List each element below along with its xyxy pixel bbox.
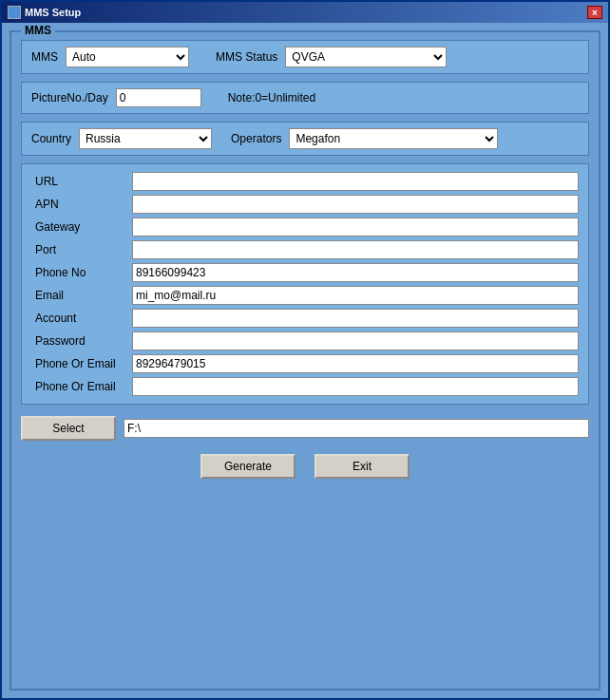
field-label-password-7: Password <box>31 334 126 348</box>
country-dropdown[interactable]: Russia USA Germany France China <box>79 128 212 149</box>
field-row: Password <box>31 331 579 350</box>
window-body: MMS MMS Auto Manual Off MMS Status QVGA … <box>2 23 608 698</box>
field-input-email-5[interactable] <box>132 286 579 305</box>
field-label-apn-1: APN <box>31 198 126 211</box>
field-row: Phone No <box>31 263 579 282</box>
field-input-account-6[interactable] <box>132 309 579 328</box>
mms-dropdown[interactable]: Auto Manual Off <box>66 47 189 67</box>
field-input-apn-1[interactable] <box>132 195 579 214</box>
mms-label: MMS <box>31 50 58 64</box>
field-row: Account <box>31 309 579 328</box>
picture-input[interactable] <box>116 88 201 107</box>
bottom-row: Select <box>21 416 589 441</box>
select-button[interactable]: Select <box>21 416 116 441</box>
field-row: URL <box>31 172 579 191</box>
generate-button[interactable]: Generate <box>200 454 295 479</box>
exit-button[interactable]: Exit <box>315 454 410 479</box>
path-input[interactable] <box>124 419 589 438</box>
field-label-phone-no-4: Phone No <box>31 266 126 279</box>
window-icon <box>8 6 21 19</box>
field-input-port-3[interactable] <box>132 240 579 259</box>
title-bar: MMS Setup × <box>2 2 608 23</box>
field-label-url-0: URL <box>31 175 126 188</box>
field-label-account-6: Account <box>31 312 126 325</box>
mms-status-row: MMS Auto Manual Off MMS Status QVGA VGA … <box>21 40 589 74</box>
generate-exit-row: Generate Exit <box>21 454 589 479</box>
mms-group-box: MMS MMS Auto Manual Off MMS Status QVGA … <box>10 30 600 691</box>
main-window: MMS Setup × MMS MMS Auto Manual Off MMS … <box>0 0 610 700</box>
field-input-password-7[interactable] <box>132 331 579 350</box>
field-input-phone-or-email-9[interactable] <box>132 377 579 396</box>
field-label-phone-or-email-9: Phone Or Email <box>31 380 126 393</box>
field-row: Email <box>31 286 579 305</box>
field-row: APN <box>31 195 579 214</box>
mms-status-label: MMS Status <box>216 50 277 64</box>
operators-dropdown[interactable]: Megafon MTS Beeline Tele2 <box>289 128 498 149</box>
field-label-email-5: Email <box>31 289 126 302</box>
mms-status-dropdown[interactable]: QVGA VGA HD <box>285 47 447 67</box>
country-operators-row: Country Russia USA Germany France China … <box>21 122 589 156</box>
field-label-gateway-2: Gateway <box>31 220 126 234</box>
picture-note: Note:0=Unlimited <box>228 91 315 104</box>
title-bar-text: MMS Setup <box>8 6 81 19</box>
group-box-title: MMS <box>21 24 55 37</box>
field-label-port-3: Port <box>31 243 126 256</box>
field-input-gateway-2[interactable] <box>132 218 579 236</box>
fields-box: URLAPNGatewayPortPhone NoEmailAccountPas… <box>21 163 589 405</box>
field-row: Phone Or Email <box>31 377 579 396</box>
field-input-phone-or-email-8[interactable] <box>132 354 579 373</box>
field-input-phone-no-4[interactable] <box>132 263 579 282</box>
field-row: Gateway <box>31 218 579 236</box>
field-input-url-0[interactable] <box>132 172 579 191</box>
picture-row: PictureNo./Day Note:0=Unlimited <box>21 82 589 114</box>
operators-label: Operators <box>231 132 281 145</box>
country-label: Country <box>31 132 71 145</box>
close-button[interactable]: × <box>587 6 602 19</box>
window-title: MMS Setup <box>25 7 81 18</box>
field-row: Phone Or Email <box>31 354 579 373</box>
field-row: Port <box>31 240 579 259</box>
picture-label: PictureNo./Day <box>31 91 108 104</box>
field-label-phone-or-email-8: Phone Or Email <box>31 357 126 370</box>
